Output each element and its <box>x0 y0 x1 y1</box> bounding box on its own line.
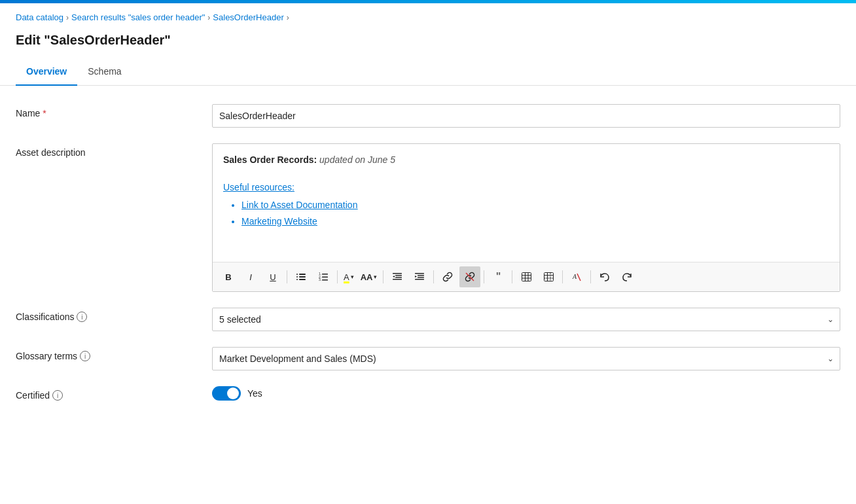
svg-rect-20 <box>415 279 424 280</box>
glossary-value: Market Development and Sales (MDS) <box>219 353 376 364</box>
toolbar-sep-5 <box>484 270 484 283</box>
svg-rect-12 <box>393 273 402 274</box>
breadcrumb: Data catalog › Search results "sales ord… <box>0 3 856 27</box>
certified-label: Certified i <box>16 386 212 401</box>
certified-toggle[interactable] <box>212 386 241 401</box>
editor-toolbar: B I U <box>213 262 840 291</box>
svg-rect-14 <box>395 277 402 278</box>
toolbar-highlight[interactable]: A ▾ <box>341 266 357 287</box>
toolbar-indent-decrease[interactable] <box>387 266 408 287</box>
svg-rect-0 <box>296 274 298 275</box>
breadcrumb-sep-3: › <box>287 13 289 22</box>
svg-marker-21 <box>415 276 417 278</box>
certified-control: Yes <box>212 386 840 401</box>
glossary-select-wrapper: Market Development and Sales (MDS) ⌄ <box>212 347 840 370</box>
toolbar-numbered-list[interactable]: 1. 2. 3. <box>313 266 334 287</box>
editor-content[interactable]: Sales Order Records: updated on June 5 U… <box>213 144 840 262</box>
svg-text:A: A <box>572 273 577 280</box>
toolbar-sep-1 <box>287 270 287 283</box>
tab-overview[interactable]: Overview <box>16 58 77 86</box>
toolbar-insert-link[interactable] <box>437 266 458 287</box>
breadcrumb-sep-1: › <box>66 13 69 22</box>
certified-toggle-row: Yes <box>212 386 840 401</box>
toolbar-italic[interactable]: I <box>240 266 261 287</box>
toolbar-sep-3 <box>383 270 383 283</box>
certified-info-icon[interactable]: i <box>52 390 63 401</box>
svg-rect-23 <box>522 273 531 281</box>
name-input[interactable] <box>212 104 840 128</box>
svg-rect-28 <box>544 273 553 281</box>
resources-list: Link to Asset Documentation Marketing We… <box>241 198 829 228</box>
toolbar-font-size[interactable]: AA ▾ <box>358 266 380 287</box>
toolbar-bullet-list[interactable] <box>291 266 312 287</box>
svg-rect-15 <box>393 279 402 280</box>
toolbar-sep-7 <box>562 270 563 283</box>
toolbar-bold[interactable]: B <box>218 266 239 287</box>
name-required-star: * <box>43 108 46 118</box>
description-bold: Sales Order Records: <box>223 154 317 165</box>
toolbar-clear-format[interactable]: A <box>566 266 587 287</box>
glossary-info-icon[interactable]: i <box>80 351 90 361</box>
svg-rect-9 <box>322 277 328 278</box>
tab-schema[interactable]: Schema <box>77 58 132 86</box>
toolbar-table[interactable] <box>516 266 537 287</box>
useful-resources-heading: Useful resources: <box>223 182 294 192</box>
certified-row: Certified i Yes <box>16 386 840 401</box>
toolbar-sep-8 <box>590 270 591 283</box>
resource-link-2[interactable]: Marketing Website <box>241 216 317 226</box>
classifications-info-icon[interactable]: i <box>77 312 87 322</box>
svg-rect-11 <box>322 279 328 281</box>
svg-rect-3 <box>299 276 306 278</box>
svg-rect-5 <box>299 279 306 280</box>
breadcrumb-sales-order-header[interactable]: SalesOrderHeader <box>213 12 283 22</box>
highlight-chevron: ▾ <box>351 274 354 280</box>
svg-rect-13 <box>395 275 402 276</box>
toolbar-undo[interactable] <box>594 266 615 287</box>
svg-rect-1 <box>299 274 306 275</box>
breadcrumb-sep-2: › <box>207 13 210 22</box>
toolbar-indent-increase[interactable] <box>409 266 430 287</box>
svg-line-34 <box>577 274 580 281</box>
toolbar-sep-4 <box>433 270 434 283</box>
toolbar-sep-2 <box>337 270 338 283</box>
glossary-control: Market Development and Sales (MDS) ⌄ <box>212 347 840 370</box>
toolbar-table-edit[interactable] <box>538 266 559 287</box>
toolbar-redo[interactable] <box>616 266 637 287</box>
resource-link-1[interactable]: Link to Asset Documentation <box>241 200 357 210</box>
svg-rect-19 <box>418 277 424 278</box>
svg-rect-18 <box>418 275 424 276</box>
breadcrumb-data-catalog[interactable]: Data catalog <box>16 12 63 22</box>
certified-toggle-thumb <box>227 387 239 399</box>
name-control <box>212 104 840 128</box>
fontsize-chevron: ▾ <box>374 274 377 280</box>
classifications-label: Classifications i <box>16 308 212 322</box>
classifications-control: 5 selected ⌄ <box>212 308 840 331</box>
breadcrumb-search-results[interactable]: Search results "sales order header" <box>71 12 205 22</box>
classifications-value: 5 selected <box>219 314 261 325</box>
toolbar-sep-6 <box>512 270 512 283</box>
glossary-select[interactable]: Market Development and Sales (MDS) <box>212 347 840 370</box>
classifications-select[interactable]: 5 selected <box>212 308 840 331</box>
svg-rect-2 <box>296 276 298 278</box>
svg-text:3.: 3. <box>319 278 321 281</box>
name-label: Name * <box>16 104 212 118</box>
classifications-select-wrapper: 5 selected ⌄ <box>212 308 840 331</box>
toolbar-remove-link[interactable] <box>459 266 480 287</box>
description-italic: updated on June 5 <box>317 154 395 165</box>
toolbar-underline[interactable]: U <box>262 266 283 287</box>
glossary-row: Glossary terms i Market Development and … <box>16 347 840 370</box>
svg-marker-16 <box>393 276 395 278</box>
name-row: Name * <box>16 104 840 128</box>
description-control: Sales Order Records: updated on June 5 U… <box>212 143 840 292</box>
glossary-label: Glossary terms i <box>16 347 212 361</box>
rich-text-editor[interactable]: Sales Order Records: updated on June 5 U… <box>212 143 840 292</box>
description-label: Asset description <box>16 143 212 158</box>
description-row: Asset description Sales Order Records: u… <box>16 143 840 292</box>
svg-rect-4 <box>296 279 298 280</box>
form-area: Name * Asset description Sales Order Rec… <box>0 86 856 435</box>
certified-toggle-label: Yes <box>247 388 262 399</box>
svg-rect-7 <box>322 274 328 275</box>
page-title: Edit "SalesOrderHeader" <box>0 27 856 58</box>
toolbar-quote[interactable]: " <box>488 266 508 287</box>
tab-bar: Overview Schema <box>0 58 856 86</box>
